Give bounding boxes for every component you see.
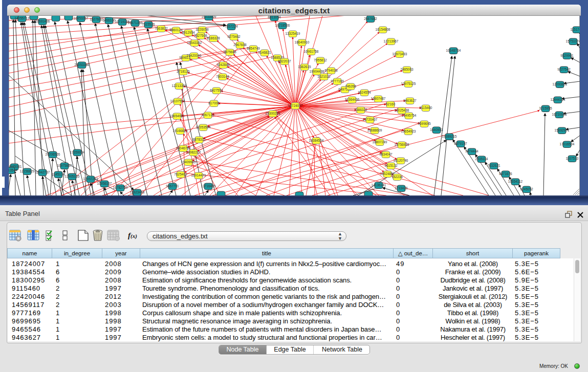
- svg-text:1527602: 1527602: [90, 17, 103, 21]
- svg-text:817006: 817006: [208, 101, 220, 105]
- svg-text:7632621: 7632621: [487, 164, 500, 167]
- svg-text:17957253: 17957253: [83, 177, 98, 181]
- svg-text:8427552: 8427552: [210, 89, 223, 92]
- svg-text:10046768: 10046768: [176, 146, 191, 150]
- svg-text:7663822: 7663822: [155, 27, 168, 30]
- svg-text:7955812: 7955812: [314, 58, 327, 62]
- svg-text:17359934: 17359934: [70, 150, 85, 154]
- svg-text:7625402: 7625402: [174, 172, 187, 176]
- svg-text:10958167: 10958167: [97, 182, 112, 185]
- svg-text:12444154: 12444154: [551, 98, 565, 101]
- svg-text:10648764: 10648764: [446, 49, 461, 52]
- svg-text:9146821: 9146821: [258, 51, 271, 54]
- svg-text:6466160: 6466160: [102, 18, 116, 22]
- svg-text:7386322: 7386322: [354, 108, 367, 112]
- svg-text:19166825: 19166825: [173, 129, 188, 133]
- svg-text:9777169: 9777169: [331, 79, 344, 83]
- svg-text:15692971: 15692971: [555, 128, 570, 132]
- svg-text:2687682: 2687682: [364, 17, 377, 20]
- svg-text:7485063: 7485063: [400, 68, 413, 71]
- svg-text:12353594: 12353594: [196, 125, 211, 129]
- svg-text:10975887: 10975887: [57, 164, 72, 167]
- svg-text:2935114: 2935114: [475, 157, 488, 161]
- svg-text:20206526: 20206526: [46, 152, 60, 156]
- svg-text:62160: 62160: [386, 102, 395, 106]
- svg-text:6794028: 6794028: [324, 69, 338, 72]
- svg-text:12905135: 12905135: [65, 174, 80, 178]
- svg-text:8813054: 8813054: [268, 16, 281, 19]
- svg-text:8912954: 8912954: [182, 31, 195, 34]
- svg-text:16033809: 16033809: [202, 16, 216, 18]
- svg-text:10107554: 10107554: [170, 99, 185, 103]
- svg-text:10025438: 10025438: [395, 108, 409, 112]
- svg-text:15751074: 15751074: [566, 39, 580, 43]
- svg-text:9275462: 9275462: [227, 35, 241, 38]
- svg-text:8186328: 8186328: [207, 36, 220, 40]
- svg-text:19409945: 19409945: [181, 160, 196, 164]
- svg-text:10961758: 10961758: [304, 50, 319, 53]
- svg-text:16914479: 16914479: [191, 173, 206, 177]
- svg-text:7357224: 7357224: [225, 25, 238, 28]
- svg-text:1151747: 1151747: [571, 28, 580, 31]
- svg-text:16120746: 16120746: [394, 159, 408, 162]
- svg-text:10688609: 10688609: [367, 128, 382, 132]
- svg-text:12213967: 12213967: [384, 39, 399, 43]
- svg-text:2718126: 2718126: [177, 70, 190, 73]
- svg-text:6879197: 6879197: [454, 142, 467, 145]
- svg-text:8860124: 8860124: [169, 28, 183, 32]
- svg-text:3624554: 3624554: [358, 91, 371, 94]
- svg-text:19654985: 19654985: [170, 114, 185, 118]
- svg-text:13325419: 13325419: [286, 32, 300, 35]
- svg-text:12923448: 12923448: [130, 190, 145, 194]
- svg-text:9227542: 9227542: [557, 68, 571, 71]
- svg-text:9327508: 9327508: [194, 34, 207, 37]
- svg-text:14136141: 14136141: [372, 183, 386, 187]
- svg-text:14055713: 14055713: [15, 16, 30, 20]
- svg-text:16154808: 16154808: [376, 28, 390, 31]
- svg-text:15720407: 15720407: [363, 118, 378, 121]
- svg-text:13495754: 13495754: [402, 114, 417, 117]
- svg-text:18724007: 18724007: [288, 104, 303, 107]
- svg-text:21364436: 21364436: [345, 98, 360, 101]
- svg-text:746266: 746266: [345, 84, 356, 88]
- svg-text:12156829: 12156829: [20, 169, 35, 173]
- svg-text:9245052: 9245052: [520, 187, 533, 191]
- svg-text:1733426: 1733426: [395, 186, 408, 190]
- svg-text:16543362: 16543362: [187, 41, 202, 45]
- svg-text:19218506: 19218506: [275, 24, 290, 27]
- svg-text:9474444: 9474444: [465, 149, 478, 153]
- svg-text:8471676: 8471676: [499, 172, 512, 176]
- svg-text:9699695: 9699695: [418, 122, 431, 125]
- svg-text:1362615: 1362615: [298, 65, 311, 69]
- svg-text:13975125: 13975125: [401, 82, 416, 85]
- svg-text:3267130: 3267130: [201, 113, 214, 117]
- svg-text:9463627: 9463627: [403, 99, 417, 102]
- svg-text:1615132: 1615132: [384, 164, 398, 167]
- svg-text:3226058: 3226058: [195, 28, 209, 31]
- svg-text:9329961: 9329961: [560, 54, 574, 57]
- svg-text:7803144: 7803144: [216, 75, 229, 78]
- svg-text:18807249: 18807249: [373, 140, 387, 144]
- svg-text:2967608: 2967608: [233, 43, 247, 47]
- svg-text:10853267: 10853267: [74, 16, 89, 20]
- svg-text:12213369: 12213369: [172, 84, 187, 87]
- svg-text:19654923: 19654923: [401, 129, 416, 133]
- svg-text:9657791: 9657791: [166, 184, 179, 188]
- svg-text:12093872: 12093872: [553, 82, 568, 86]
- svg-text:19756928: 19756928: [395, 143, 409, 146]
- svg-text:1167533: 1167533: [566, 157, 579, 160]
- svg-text:26053346: 26053346: [75, 63, 90, 67]
- svg-text:1145134: 1145134: [52, 172, 65, 176]
- svg-text:12942737: 12942737: [35, 170, 50, 174]
- svg-text:16210643: 16210643: [552, 113, 567, 116]
- svg-text:8878312: 8878312: [192, 138, 206, 141]
- svg-text:14982212: 14982212: [186, 150, 201, 154]
- svg-text:29300293: 29300293: [266, 112, 280, 115]
- svg-text:9242848: 9242848: [216, 63, 230, 67]
- svg-text:23420046: 23420046: [187, 54, 202, 57]
- svg-text:8322037: 8322037: [278, 59, 291, 63]
- svg-text:17016504: 17016504: [560, 142, 575, 146]
- svg-text:16671355: 16671355: [128, 21, 143, 25]
- svg-text:10654112: 10654112: [508, 180, 523, 183]
- svg-text:13716485: 13716485: [201, 184, 216, 188]
